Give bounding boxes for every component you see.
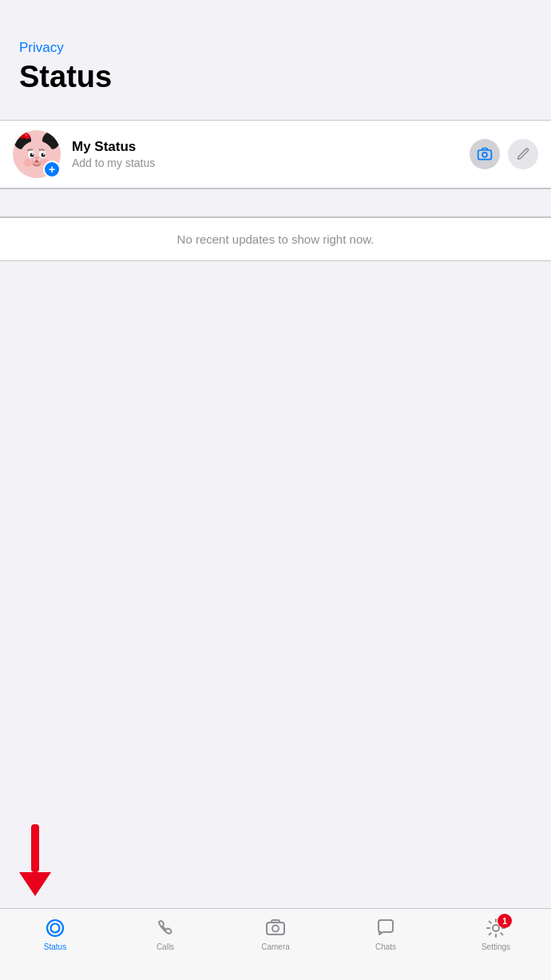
svg-point-16 [43, 153, 45, 155]
svg-point-14 [42, 153, 46, 157]
arrow-shaft [31, 824, 39, 872]
svg-point-26 [35, 160, 39, 162]
header-section: Privacy Status [0, 0, 551, 107]
svg-point-31 [47, 920, 63, 936]
status-name: My Status [72, 139, 470, 155]
svg-rect-29 [478, 150, 492, 160]
tab-camera[interactable]: Camera [220, 917, 331, 951]
status-icon [44, 917, 66, 939]
my-status-section: + My Status Add to my status [0, 120, 551, 188]
privacy-link[interactable]: Privacy [19, 40, 532, 56]
edit-button[interactable] [508, 139, 538, 169]
svg-point-15 [32, 153, 34, 155]
section-separator [0, 188, 551, 217]
svg-point-8 [26, 134, 26, 135]
tab-calls[interactable]: Calls [110, 917, 220, 951]
chats-tab-icon [375, 917, 397, 939]
arrow-head [19, 872, 51, 896]
tab-chats[interactable]: Chats [331, 917, 441, 951]
tab-bar: Status Calls Camera Chats [0, 908, 551, 980]
svg-point-27 [24, 159, 32, 167]
tab-settings[interactable]: 1 Settings [441, 917, 551, 951]
svg-point-35 [493, 925, 499, 931]
status-tab-icon [44, 917, 66, 939]
camera-tab-icon [264, 917, 287, 939]
svg-point-13 [30, 153, 34, 157]
svg-rect-33 [267, 922, 284, 934]
calls-tab-label: Calls [157, 942, 174, 951]
svg-point-34 [272, 926, 279, 932]
avatar-container: + [13, 130, 61, 178]
my-status-row[interactable]: + My Status Add to my status [0, 121, 551, 188]
no-updates-text: No recent updates to show right now. [13, 232, 538, 246]
chats-tab-label: Chats [375, 942, 396, 951]
svg-point-30 [482, 153, 487, 157]
svg-point-5 [21, 134, 25, 138]
chat-bubble-icon [375, 917, 397, 939]
calls-tab-icon [154, 917, 176, 939]
settings-notification-badge: 1 [497, 914, 512, 928]
settings-tab-wrapper: 1 [485, 917, 507, 939]
svg-line-18 [30, 149, 31, 150]
camera-tab-svg-icon [264, 917, 287, 939]
camera-tab-label: Camera [261, 942, 290, 951]
camera-button[interactable] [470, 139, 500, 169]
svg-point-6 [17, 134, 18, 135]
status-info: My Status Add to my status [72, 139, 470, 169]
arrow-annotation [19, 824, 51, 896]
svg-point-7 [19, 133, 20, 134]
svg-line-21 [42, 149, 42, 150]
svg-point-32 [51, 924, 60, 933]
phone-icon [154, 917, 176, 939]
status-actions [470, 139, 538, 169]
camera-icon [477, 146, 493, 162]
pencil-icon [516, 147, 530, 161]
settings-tab-label: Settings [482, 942, 510, 951]
add-status-badge: + [43, 161, 61, 178]
tab-status[interactable]: Status [0, 917, 110, 951]
page-title: Status [19, 61, 532, 94]
no-updates-section: No recent updates to show right now. [0, 217, 551, 261]
status-tab-label: Status [44, 942, 66, 951]
status-subtitle: Add to my status [72, 157, 470, 169]
